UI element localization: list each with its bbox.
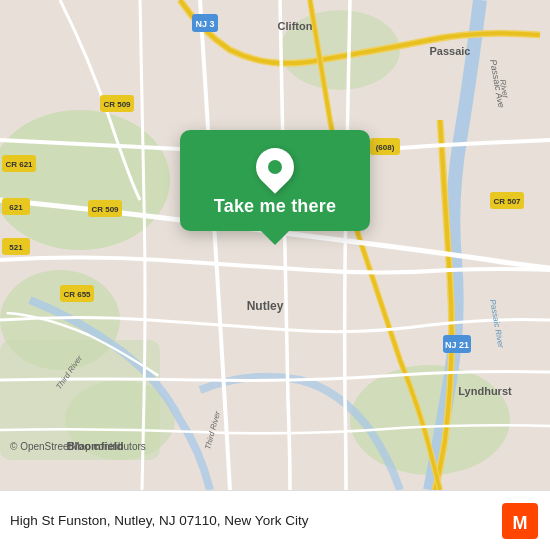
map-pin-inner bbox=[268, 160, 282, 174]
svg-text:M: M bbox=[513, 513, 528, 533]
svg-text:Lyndhurst: Lyndhurst bbox=[458, 385, 512, 397]
svg-text:(608): (608) bbox=[376, 143, 395, 152]
svg-text:Nutley: Nutley bbox=[247, 299, 284, 313]
address-text: High St Funston, Nutley, NJ 07110, New Y… bbox=[10, 513, 308, 528]
svg-text:CR 655: CR 655 bbox=[63, 290, 91, 299]
svg-text:CR 509: CR 509 bbox=[103, 100, 131, 109]
svg-text:NJ 3: NJ 3 bbox=[195, 19, 214, 29]
svg-text:CR 507: CR 507 bbox=[493, 197, 521, 206]
svg-text:CR 509: CR 509 bbox=[91, 205, 119, 214]
moovit-icon: M bbox=[502, 503, 538, 539]
map-pin-icon bbox=[248, 140, 302, 194]
svg-text:NJ 21: NJ 21 bbox=[445, 340, 469, 350]
popup-card[interactable]: Take me there bbox=[180, 130, 370, 231]
map-container: NJ 3 NJ 21 CR 621 CR 509 CR 509 621 521 … bbox=[0, 0, 550, 490]
moovit-logo: M bbox=[502, 503, 538, 539]
svg-text:Clifton: Clifton bbox=[278, 20, 313, 32]
osm-credit: © OpenStreetMap contributors bbox=[10, 441, 146, 452]
svg-text:521: 521 bbox=[9, 243, 23, 252]
svg-text:CR 621: CR 621 bbox=[5, 160, 33, 169]
take-me-there-button[interactable]: Take me there bbox=[214, 196, 336, 217]
svg-text:621: 621 bbox=[9, 203, 23, 212]
svg-text:Passaic: Passaic bbox=[430, 45, 471, 57]
bottom-bar: High St Funston, Nutley, NJ 07110, New Y… bbox=[0, 490, 550, 550]
